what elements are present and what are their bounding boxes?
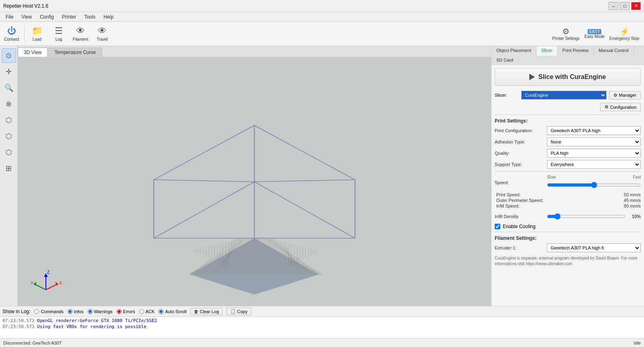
menu-view[interactable]: View (17, 13, 36, 21)
infos-radio[interactable] (68, 309, 72, 314)
print-config-select[interactable]: Geeetech A30T PLA high (547, 126, 641, 135)
tab-temperature-curve[interactable]: Temperature Curve (48, 48, 102, 57)
tab-print-preview[interactable]: Print Preview (557, 46, 594, 56)
filter-autoscroll: Auto Scroll (159, 309, 186, 314)
tab-manual-control[interactable]: Manual Control (594, 46, 634, 56)
connect-label: Connect (4, 37, 19, 42)
printer-settings-button[interactable]: ⚙ Printer Settings (552, 27, 580, 41)
select-tool-button[interactable]: ⊙ (2, 48, 16, 63)
rotate-tool-button[interactable]: ⊗ (2, 97, 16, 111)
log-line-1: 07:23:50.573 OpenGL renderer:GeForce GTX… (2, 318, 642, 324)
printer-settings-label: Printer Settings (552, 36, 580, 41)
view-front-button[interactable]: ⬡ (2, 129, 16, 143)
app-title: Repetier-Host V2.1.6 (3, 3, 48, 9)
divider2 (495, 171, 641, 172)
view-tabs: 3D View Temperature Curve (18, 46, 491, 57)
slicer-label: Slicer: (495, 93, 519, 98)
infill-density-label: Infill Density (495, 214, 547, 219)
zoom-tool-button[interactable]: 🔍 (2, 81, 16, 95)
emergency-stop-button[interactable]: ⚡ Emergency Stop (609, 27, 639, 41)
extruder-select[interactable]: Geeetech A30T PLA high fi (547, 243, 641, 252)
menu-printer[interactable]: Printer (58, 13, 80, 21)
log-button[interactable]: ☰ Log (49, 23, 69, 44)
filter-infos: Infos (68, 309, 84, 314)
infill-speed-value: 80 mm/s (624, 204, 641, 208)
infill-density-value: 10% (629, 214, 641, 219)
slicer-panel: Slice with CuraEngine Slicer: CuraEngine… (491, 65, 644, 306)
emergency-stop-label: Emergency Stop (609, 36, 639, 41)
divider3 (495, 232, 641, 232)
ack-radio[interactable] (139, 309, 144, 314)
maximize-button[interactable]: □ (620, 2, 630, 10)
print-config-row: Print Configuration: Geeetech A30T PLA h… (495, 126, 641, 135)
autoscroll-radio[interactable] (159, 309, 163, 314)
commands-radio[interactable] (34, 309, 39, 314)
slice-button[interactable]: Slice with CuraEngine (495, 68, 641, 86)
view-top-button[interactable]: ⬡ (2, 145, 16, 160)
load-button[interactable]: 📁 Load (27, 23, 47, 44)
speed-slow-label: Slow (547, 175, 556, 179)
adhesion-select[interactable]: None (547, 137, 641, 146)
warnings-radio[interactable] (88, 309, 93, 314)
svg-line-83 (46, 284, 58, 290)
errors-radio[interactable] (117, 309, 122, 314)
3d-canvas[interactable]: X Y Z (18, 57, 491, 306)
easy-badge: EASY (588, 29, 602, 34)
print-config-label: Print Configuration: (495, 128, 547, 133)
log-content: 07:23:50.573 OpenGL renderer:GeForce GTX… (0, 317, 644, 338)
outer-perimeter-label: Outer Perimeter Speed: (496, 198, 543, 203)
connect-button[interactable]: ⏻ Connect (2, 23, 22, 44)
menu-tools[interactable]: Tools (80, 13, 99, 21)
enable-cooling-label: Enable Cooling (503, 224, 535, 229)
window-controls: – □ ✕ (609, 2, 641, 10)
tab-sd-card[interactable]: SD Card (491, 56, 518, 64)
toolbar-separator (24, 26, 25, 42)
clear-log-icon: 🗑 (194, 309, 198, 314)
move-tool-button[interactable]: ✛ (2, 64, 16, 79)
support-select[interactable]: Everywhere (547, 160, 641, 169)
clear-log-button[interactable]: 🗑 Clear Log (190, 308, 223, 315)
enable-cooling-row: Enable Cooling (495, 224, 641, 229)
travel-button[interactable]: 👁 Travel (92, 23, 112, 44)
speed-labels: Slow Fast (547, 175, 641, 179)
tab-3d-view[interactable]: 3D View (18, 48, 47, 57)
menu-file[interactable]: File (2, 13, 17, 21)
manager-button[interactable]: ⚙ Manager (609, 91, 641, 100)
support-label: Support Type: (495, 162, 547, 167)
menu-help[interactable]: Help (99, 13, 118, 21)
log-area: Show in Log: Commands Infos Warnings Err… (0, 306, 644, 338)
tab-slicer[interactable]: Slicer (537, 46, 558, 56)
filament-button[interactable]: 👁 Filament (70, 23, 91, 44)
quality-select[interactable]: PLA high (547, 149, 641, 158)
speed-label: Speed: (495, 180, 547, 185)
svg-line-79 (254, 182, 355, 238)
menu-config[interactable]: Config (36, 13, 58, 21)
view-all-button[interactable]: ⊞ (2, 161, 16, 176)
close-button[interactable]: ✕ (631, 2, 641, 10)
enable-cooling-checkbox[interactable] (495, 224, 500, 229)
filter-errors: Errors (117, 309, 135, 314)
minimize-button[interactable]: – (609, 2, 618, 10)
infill-density-slider[interactable] (547, 213, 625, 220)
3d-object-svg (126, 69, 383, 295)
copy-log-button[interactable]: 📋 Copy (227, 308, 251, 315)
speed-slider[interactable] (547, 182, 641, 188)
status-left: Disconnected: GeeTech A30T (3, 341, 62, 345)
easy-mode-button[interactable]: EASY Easy Mode (584, 29, 605, 39)
filament-label: Filament (73, 37, 88, 42)
log-toolbar: Show in Log: Commands Infos Warnings Err… (0, 306, 644, 317)
divider (495, 114, 641, 115)
speed-section: Speed: Slow Fast Print Speed: 50 mm/s (495, 175, 641, 208)
view-3d-button[interactable]: ⬡ (2, 113, 16, 127)
print-settings-title: Print Settings: (495, 118, 641, 124)
svg-line-86 (34, 284, 46, 290)
configuration-button[interactable]: ⚙ Configuration (600, 103, 641, 111)
rpanel-tabs: Object Placement Slicer Print Preview Ma… (491, 46, 644, 65)
speed-fast-label: Fast (633, 175, 641, 179)
tab-object-placement[interactable]: Object Placement (491, 46, 537, 56)
quality-label: Quality: (495, 151, 547, 156)
slicer-select[interactable]: CuraEngine (521, 91, 607, 100)
svg-marker-0 (190, 238, 319, 295)
svg-text:Y: Y (31, 281, 33, 285)
slicer-row: Slicer: CuraEngine ⚙ Manager (495, 91, 641, 100)
